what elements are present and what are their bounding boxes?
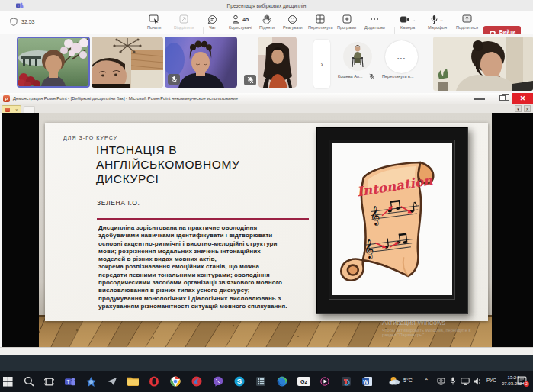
- slide-stage: ДЛЯ 3-ГО КУРСУ ІНТОНАЦІЯ В АНГЛІЙСЬКОМОВ…: [0, 113, 533, 347]
- close-icon: ✕: [520, 95, 526, 102]
- ppt-empty-tab[interactable]: [24, 106, 35, 113]
- svg-text:T: T: [66, 379, 69, 384]
- local-mic-icon[interactable]: [450, 377, 456, 385]
- powerpoint-icon: P: [3, 95, 10, 102]
- unpin-icon: [179, 14, 188, 24]
- local-gz-app-icon[interactable]: Gz: [297, 377, 310, 386]
- local-opera-icon[interactable]: [149, 376, 159, 387]
- apps-button[interactable]: Програми: [337, 14, 356, 30]
- ppt-tab-icon: [5, 108, 10, 112]
- hangup-icon: [489, 30, 496, 34]
- local-chrome-icon[interactable]: [170, 376, 181, 387]
- intonation-scroll-illustration: Intonation 𝄞: [332, 143, 452, 295]
- participant-4-muted-icon: [244, 75, 256, 85]
- slideshow-menu-button[interactable]: ▾: [515, 105, 522, 112]
- camera-button[interactable]: ⌄ Камера: [400, 14, 416, 30]
- picture-frame: Intonation 𝄞: [316, 127, 468, 314]
- local-start-button[interactable]: [3, 377, 13, 387]
- local-volume-icon[interactable]: [474, 378, 482, 385]
- video-tile-presenter[interactable]: [433, 37, 533, 91]
- local-weather-text[interactable]: 5°C: [403, 378, 413, 383]
- local-edge-icon[interactable]: [277, 376, 287, 387]
- local-teams-icon[interactable]: T: [64, 376, 75, 387]
- apps-plus-icon: [342, 14, 352, 24]
- share-button[interactable]: Поділитися: [456, 14, 478, 30]
- avatar-kosheva-photo: [343, 42, 372, 71]
- chat-button[interactable]: Чат: [207, 14, 217, 30]
- participant-3-muted-icon: [168, 74, 180, 85]
- ppt-status-bar: Слайд 8 из 12: [0, 347, 533, 355]
- local-weather-icon: [389, 376, 400, 385]
- local-language-indicator[interactable]: РУС: [486, 378, 496, 383]
- video-tile-participant-2[interactable]: [92, 37, 163, 88]
- shared-screen-taskbar: T P W 0°C Cloudy ⌃ УКР 13:24 07.03.2024: [0, 355, 533, 371]
- local-blue-app-icon[interactable]: [85, 376, 97, 387]
- strip-scroll-right-button[interactable]: ›: [313, 40, 330, 88]
- local-search-icon[interactable]: [24, 376, 34, 387]
- avatar-kosheva-muted-icon: [369, 73, 374, 79]
- avatar-kosheva[interactable]: [343, 42, 372, 71]
- local-explorer-icon[interactable]: [127, 376, 139, 386]
- mic-icon: [431, 14, 438, 24]
- meeting-timer: 32:53: [21, 19, 35, 24]
- local-display-icon[interactable]: [437, 378, 445, 385]
- slide-body-text: Дисципліна зорієнтована на практичне ово…: [98, 224, 287, 310]
- teams-titlebar: T Презентація вибіркових дисциплін: [0, 0, 533, 11]
- ellipsis-icon: ...: [397, 53, 406, 61]
- meeting-window-title: Презентація вибіркових дисциплін: [0, 3, 533, 8]
- local-grid-app-icon[interactable]: [255, 376, 266, 387]
- participant-2-video: [92, 37, 163, 88]
- video-tile-participant-4[interactable]: [258, 37, 297, 88]
- raise-hand-icon: [262, 14, 271, 24]
- svg-text:W: W: [363, 379, 368, 384]
- ppt-tab-row: [0, 104, 533, 113]
- camera-chevron-icon[interactable]: ⌄: [412, 17, 416, 22]
- unpin-button[interactable]: Відкріпити: [174, 14, 194, 30]
- slide-divider-rule: [97, 218, 309, 220]
- slide-author: ЗЕЛЕНА І.О.: [97, 199, 140, 207]
- more-button[interactable]: Додатково: [364, 14, 385, 30]
- video-tile-participant-3[interactable]: [165, 37, 237, 88]
- local-viber-icon[interactable]: [213, 376, 223, 387]
- share-screen-icon: [462, 14, 472, 24]
- presenter-video: [433, 37, 533, 91]
- mic-button[interactable]: ⌄ Мікрофон: [428, 14, 447, 30]
- local-tray-expand-icon[interactable]: ⌃: [424, 378, 429, 384]
- grid-view-icon: [316, 14, 325, 24]
- windows-activation-watermark: Активация Windows Чтобы активировать Win…: [382, 319, 492, 337]
- ppt-tab-close-icon[interactable]: x: [15, 108, 18, 112]
- ppt-presentation-tab[interactable]: x: [2, 105, 21, 113]
- screen: T Презентація вибіркових дисциплін 32:53…: [0, 0, 533, 392]
- camera-icon: [400, 15, 410, 24]
- slideshow-close-button[interactable]: ✕: [524, 105, 531, 112]
- local-t-app-icon[interactable]: [341, 376, 352, 387]
- participants-button[interactable]: 45 Користувачі: [229, 14, 252, 30]
- participant-1-video: [18, 38, 88, 86]
- svg-text:S: S: [237, 377, 242, 385]
- local-monitor-icon[interactable]: [461, 378, 470, 385]
- chat-icon: [207, 14, 217, 24]
- slide-title: ІНТОНАЦІЯ В АНГЛІЙСЬКОМОВНОМУ ДИСКУРСІ: [96, 143, 239, 186]
- screen-share-icon: [149, 14, 159, 24]
- local-skype-icon[interactable]: S: [234, 376, 245, 387]
- video-tile-participant-1[interactable]: [17, 37, 90, 88]
- smiley-icon: [287, 14, 297, 24]
- more-participants-button[interactable]: ...: [385, 40, 418, 73]
- ppt-close-button[interactable]: ✕: [512, 93, 533, 104]
- chevron-right-icon: ›: [320, 60, 323, 69]
- local-media-player-icon[interactable]: [319, 376, 330, 387]
- picture-mat: Intonation 𝄞: [332, 143, 452, 295]
- local-taskview-icon[interactable]: [44, 377, 54, 387]
- view-button[interactable]: Переглянути: [308, 14, 333, 30]
- slide: ДЛЯ 3-ГО КУРСУ ІНТОНАЦІЯ В АНГЛІЙСЬКОМОВ…: [39, 113, 492, 347]
- local-mail-app-icon[interactable]: [107, 377, 117, 386]
- mic-chevron-icon[interactable]: ⌄: [439, 17, 443, 22]
- ppt-restore-button[interactable]: [499, 95, 506, 101]
- local-word-icon[interactable]: W: [362, 376, 373, 387]
- ellipsis-icon: [369, 14, 380, 24]
- local-red-app-icon[interactable]: [191, 376, 202, 387]
- start-share-control-button[interactable]: Почати: [147, 14, 161, 30]
- raise-hand-button[interactable]: Підняти: [259, 14, 275, 30]
- react-button[interactable]: Реагувати: [283, 14, 303, 30]
- ppt-minimize-button[interactable]: [474, 98, 485, 100]
